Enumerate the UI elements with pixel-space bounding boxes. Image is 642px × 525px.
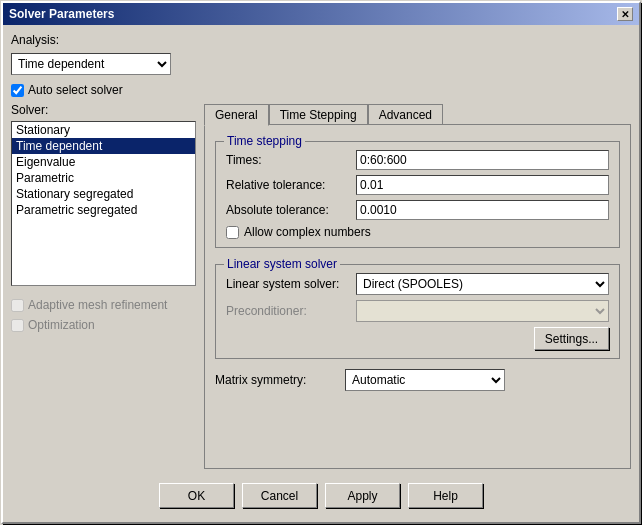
- rel-tol-input[interactable]: [356, 175, 609, 195]
- linear-solver-select-row: Linear system solver: Direct (SPOOLES) I…: [226, 273, 609, 295]
- adaptive-mesh-row: Adaptive mesh refinement: [11, 298, 196, 312]
- apply-button[interactable]: Apply: [325, 483, 400, 508]
- solver-item-stationary-segregated[interactable]: Stationary segregated: [12, 186, 195, 202]
- linear-solver-select[interactable]: Direct (SPOOLES) Iterative (GMRES) Itera…: [356, 273, 609, 295]
- tab-content-general: Time stepping Times: Relative tolerance:…: [204, 124, 631, 469]
- complex-numbers-checkbox[interactable]: [226, 226, 239, 239]
- times-row: Times:: [226, 150, 609, 170]
- solver-item-parametric[interactable]: Parametric: [12, 170, 195, 186]
- tab-general[interactable]: General: [204, 104, 269, 126]
- rel-tol-row: Relative tolerance:: [226, 175, 609, 195]
- times-label: Times:: [226, 153, 356, 167]
- main-content: Solver: Stationary Time dependent Eigenv…: [11, 103, 631, 469]
- left-panel: Solver: Stationary Time dependent Eigenv…: [11, 103, 196, 469]
- settings-button[interactable]: Settings...: [534, 327, 609, 350]
- ok-button[interactable]: OK: [159, 483, 234, 508]
- precond-label: Preconditioner:: [226, 304, 356, 318]
- optimization-label: Optimization: [28, 318, 95, 332]
- solver-item-eigenvalue[interactable]: Eigenvalue: [12, 154, 195, 170]
- adaptive-mesh-checkbox: [11, 299, 24, 312]
- matrix-symmetry-row: Matrix symmetry: Automatic Symmetric Uns…: [215, 369, 620, 391]
- tab-advanced[interactable]: Advanced: [368, 104, 443, 126]
- tab-time-stepping[interactable]: Time Stepping: [269, 104, 368, 126]
- solver-item-parametric-segregated[interactable]: Parametric segregated: [12, 202, 195, 218]
- analysis-select-row: Time dependent: [11, 53, 631, 75]
- linear-solver-title: Linear system solver: [224, 257, 340, 271]
- abs-tol-row: Absolute tolerance:: [226, 200, 609, 220]
- solver-parameters-dialog: Solver Parameters ✕ Analysis: Time depen…: [1, 1, 641, 524]
- linear-solver-label: Linear system solver:: [226, 277, 356, 291]
- solver-label: Solver:: [11, 103, 196, 117]
- close-button[interactable]: ✕: [617, 7, 633, 21]
- matrix-label: Matrix symmetry:: [215, 373, 345, 387]
- bottom-buttons: OK Cancel Apply Help: [11, 475, 631, 514]
- solver-item-stationary[interactable]: Stationary: [12, 122, 195, 138]
- settings-btn-row: Settings...: [226, 327, 609, 350]
- dialog-title: Solver Parameters: [9, 7, 114, 21]
- complex-numbers-label: Allow complex numbers: [244, 225, 371, 239]
- abs-tol-label: Absolute tolerance:: [226, 203, 356, 217]
- dialog-body: Analysis: Time dependent Auto select sol…: [3, 25, 639, 522]
- cancel-button[interactable]: Cancel: [242, 483, 317, 508]
- right-panel: General Time Stepping Advanced Time step…: [204, 103, 631, 469]
- rel-tol-label: Relative tolerance:: [226, 178, 356, 192]
- precond-select: [356, 300, 609, 322]
- auto-select-row: Auto select solver: [11, 83, 631, 97]
- tabs: General Time Stepping Advanced: [204, 103, 631, 125]
- analysis-row: Analysis:: [11, 33, 631, 47]
- solver-listbox[interactable]: Stationary Time dependent Eigenvalue Par…: [11, 121, 196, 286]
- analysis-select[interactable]: Time dependent: [11, 53, 171, 75]
- auto-select-label: Auto select solver: [28, 83, 123, 97]
- optimization-row: Optimization: [11, 318, 196, 332]
- precond-row: Preconditioner:: [226, 300, 609, 322]
- linear-solver-group: Linear system solver Linear system solve…: [215, 264, 620, 359]
- left-bottom: Adaptive mesh refinement Optimization: [11, 296, 196, 332]
- time-stepping-group: Time stepping Times: Relative tolerance:…: [215, 141, 620, 248]
- adaptive-mesh-label: Adaptive mesh refinement: [28, 298, 167, 312]
- matrix-select[interactable]: Automatic Symmetric Unsymmetric: [345, 369, 505, 391]
- analysis-label: Analysis:: [11, 33, 59, 47]
- optimization-checkbox: [11, 319, 24, 332]
- complex-numbers-row: Allow complex numbers: [226, 225, 609, 239]
- time-stepping-title: Time stepping: [224, 134, 305, 148]
- times-input[interactable]: [356, 150, 609, 170]
- abs-tol-input[interactable]: [356, 200, 609, 220]
- auto-select-checkbox[interactable]: [11, 84, 24, 97]
- title-bar: Solver Parameters ✕: [3, 3, 639, 25]
- help-button[interactable]: Help: [408, 483, 483, 508]
- solver-item-time-dependent[interactable]: Time dependent: [12, 138, 195, 154]
